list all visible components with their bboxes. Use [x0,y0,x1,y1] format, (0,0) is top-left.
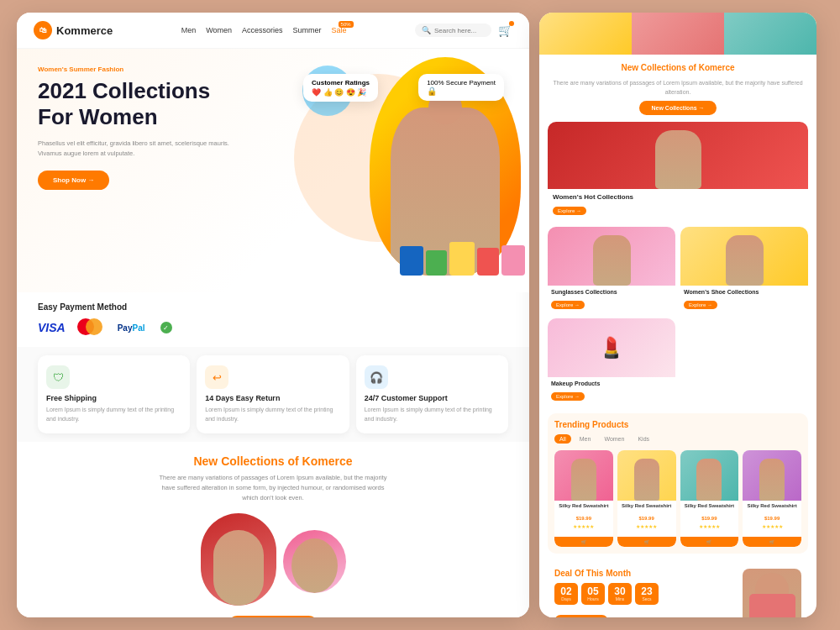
right-scroll[interactable]: New Collections of Komerce There are man… [539,55,816,617]
nav-summer[interactable]: Summer [293,26,322,34]
count-days: 02 Days [554,583,578,605]
deal-section: Deal Of This Month 02 Days 05 Hours 30 [548,562,808,617]
shop-now-button[interactable]: Shop Now → [38,171,109,190]
countdown: 02 Days 05 Hours 30 Mins 23 [554,583,736,605]
ratings-title: Customer Ratings [312,79,370,87]
nav-actions: 🔍 🛒 [415,23,512,38]
tab-kids[interactable]: Kids [633,434,654,444]
brand-name: Kommerce [56,24,113,37]
makeup-explore[interactable]: Explore → [551,392,585,401]
nav-accessories[interactable]: Accessories [242,26,283,34]
preview-block-2 [632,13,724,55]
return-desc: Lorem Ipsum is simply dummy text of the … [205,406,340,423]
right-collections-header: New Collections of Komerce There are man… [548,63,808,115]
feature-card-support: 🎧 24/7 Customer Support Lorem Ipsum is s… [356,355,508,433]
sunglass-name: Sunglasses Collections [551,289,672,295]
tab-women[interactable]: Women [599,434,629,444]
brand-logo[interactable]: 🛍 Kommerce [34,21,113,39]
shoe-name: Women's Shoe Collections [684,289,805,295]
nav-men[interactable]: Men [181,26,197,34]
sale-badge: 50% [339,21,354,28]
product-card-1: Silky Red Sweatshirt $19.99 ★★★★★ 🛒 [554,450,613,547]
right-panel: New Collections of Komerce There are man… [539,13,816,617]
feature-card-shipping: 🛡 Free Shipping Lorem Ipsum is simply du… [38,355,190,433]
return-title: 14 Days Easy Return [205,394,340,402]
hero-tag: Women's Summer Fashion [38,66,239,73]
collection-image-2 [283,530,346,593]
secure-title: 100% Secure Payment [427,79,496,87]
stars-1: ★★★★★ [557,523,611,529]
product-card-2: Silky Red Sweatshirt $19.99 ★★★★★ 🛒 [617,450,676,547]
shipping-icon: 🛡 [46,365,70,389]
trending-products-list: Silky Red Sweatshirt $19.99 ★★★★★ 🛒 Silk… [554,450,801,547]
shoe-info: Women's Shoe Collections Explore → [680,286,808,313]
product-img-4 [743,450,801,501]
add-to-cart-1[interactable]: 🛒 [554,537,613,547]
collections-section: New Collections of Komerce There are man… [17,442,529,617]
deal-info: Deal Of This Month 02 Days 05 Hours 30 [554,569,736,617]
product-img-2 [617,450,676,501]
payment-methods: VISA PayPal ✓ [38,318,508,337]
hero-description: Phasellus vel elit efficitur, gravida li… [38,139,239,159]
nav-women[interactable]: Women [206,26,232,34]
makeup-info: Makeup Products Explore → [548,377,675,405]
float-secure-card: 100% Secure Payment 🔒 [418,74,504,101]
hero-title: 2021 Collections For Women [38,78,239,130]
search-input[interactable] [434,27,485,34]
hot-collections-name: Women's Hot Collections [553,193,803,201]
hot-collections-image [548,122,808,189]
logo-icon: 🛍 [34,21,52,39]
deal-image [743,569,801,617]
search-box[interactable]: 🔍 [415,24,491,37]
payment-section: Easy Payment Method VISA PayPal ✓ [17,292,529,347]
sunglass-card: Sunglasses Collections Explore → [548,227,675,313]
cart-dot [509,21,514,26]
collection-preview-images [38,513,508,606]
hero-content: Women's Summer Fashion 2021 Collections … [38,66,239,190]
makeup-name: Makeup Products [551,381,672,386]
product-info-4: Silky Red Sweatshirt $19.99 ★★★★★ [743,501,801,532]
support-icon: 🎧 [365,365,388,389]
features-section: 🛡 Free Shipping Lorem Ipsum is simply du… [17,347,529,442]
return-icon: ↩ [205,365,228,389]
bottom-collections-grid: Sunglasses Collections Explore → Women's… [548,227,808,405]
hot-collections-info: Women's Hot Collections Explore → [548,189,808,220]
count-secs: 23 Secs [635,583,659,605]
nav-sale[interactable]: Sale 50% [332,26,347,34]
product-img-1 [554,450,613,501]
add-to-cart-2[interactable]: 🛒 [617,537,676,547]
right-explore-button[interactable]: New Collections → [639,101,716,115]
paypal-logo: PayPal [118,323,145,333]
shoe-explore[interactable]: Explore → [684,301,717,309]
stars-2: ★★★★★ [620,523,674,529]
feature-card-return: ↩ 14 Days Easy Return Lorem Ipsum is sim… [197,355,349,433]
product-info-2: Silky Red Sweatshirt $19.99 ★★★★★ [617,501,676,532]
cart-icon[interactable]: 🛒 [498,23,512,38]
sunglass-explore[interactable]: Explore → [551,301,585,309]
payment-title: Easy Payment Method [38,302,508,312]
makeup-card: 💄 Makeup Products Explore → [548,318,675,405]
makeup-image: 💄 [548,318,675,377]
shipping-title: Free Shipping [46,394,181,402]
hot-collections-explore[interactable]: Explore → [553,207,586,215]
right-collections-desc: There are many variations of passages of… [548,79,808,97]
float-ratings-card: Customer Ratings ❤️ 👍 😊 😍 🎉 [303,74,378,102]
collections-title: New Collections of Komerce [38,454,508,468]
sunglass-image [548,227,675,286]
new-collections-button[interactable]: New Collections → [228,616,318,617]
find-more-button[interactable]: Find More → [554,615,608,617]
product-info-1: Silky Red Sweatshirt $19.99 ★★★★★ [554,501,613,532]
nav-links: Men Women Accessories Summer Sale 50% [126,26,402,34]
add-to-cart-3[interactable]: 🛒 [680,537,739,547]
tab-men[interactable]: Men [575,434,596,444]
hot-collections-card: Women's Hot Collections Explore → [548,122,808,220]
trending-section: Trending Products All Men Women Kids Sil… [548,413,808,554]
navbar: 🛍 Kommerce Men Women Accessories Summer … [17,13,529,49]
trending-title: Trending Products [554,420,801,429]
collections-desc: There are many variations of passages of… [155,473,391,503]
add-to-cart-4[interactable]: 🛒 [743,537,801,547]
support-desc: Lorem Ipsum is simply dummy text of the … [365,406,500,423]
product-img-3 [680,450,739,501]
stars-3: ★★★★★ [683,523,737,529]
tab-all[interactable]: All [554,434,571,444]
